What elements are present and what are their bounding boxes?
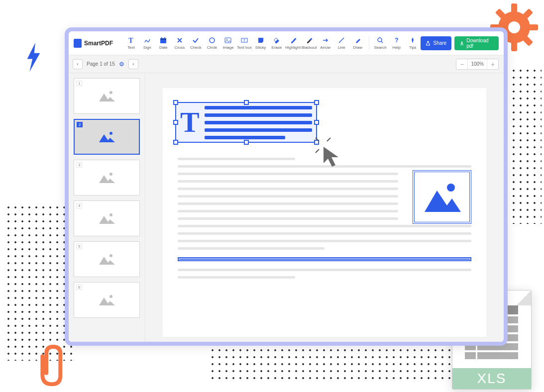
document-page[interactable]: T: [163, 88, 486, 337]
thumbnail-sidebar: 1 2 3 4 5 6: [69, 73, 145, 342]
check-icon: [192, 37, 199, 44]
tool-erase[interactable]: Erase: [269, 33, 285, 53]
svg-point-15: [226, 39, 227, 40]
tool-check[interactable]: Check: [188, 33, 204, 53]
tool-help[interactable]: ? Help: [388, 33, 405, 53]
next-page-button[interactable]: ›: [128, 59, 138, 69]
thumbnail[interactable]: 2: [74, 119, 140, 155]
tool-circle[interactable]: Circle: [204, 33, 220, 53]
text-selection-box[interactable]: T: [175, 102, 317, 143]
svg-rect-11: [161, 37, 162, 39]
help-icon: ?: [393, 37, 400, 44]
line-icon: [338, 37, 345, 44]
resize-handle[interactable]: [314, 120, 319, 125]
text-lines: [205, 106, 312, 139]
image-placeholder[interactable]: [413, 170, 471, 224]
draw-icon: [354, 37, 361, 44]
decorative-dots: [5, 204, 75, 361]
body-text-placeholder: [178, 269, 471, 279]
svg-point-26: [109, 173, 112, 176]
svg-rect-0: [511, 3, 517, 12]
mountain-icon: [98, 212, 116, 225]
svg-line-22: [381, 41, 383, 43]
zoom-value: 100%: [467, 59, 487, 69]
svg-point-13: [210, 38, 215, 43]
tool-cross[interactable]: Cross: [172, 33, 188, 53]
thumbnail[interactable]: 5: [74, 241, 140, 277]
app-window: SmartPDF T Text Sign Date Cross Check Ci…: [65, 27, 508, 346]
svg-text:T: T: [129, 37, 134, 44]
svg-line-20: [339, 38, 344, 43]
mountain-icon: [98, 171, 116, 184]
resize-handle[interactable]: [173, 100, 178, 105]
tool-sign[interactable]: Sign: [139, 33, 156, 53]
svg-point-21: [378, 38, 382, 42]
toolbar: SmartPDF T Text Sign Date Cross Check Ci…: [69, 31, 504, 55]
share-button[interactable]: Share: [421, 36, 451, 50]
divider: [369, 36, 369, 50]
tool-arrow[interactable]: Arrow: [317, 33, 333, 53]
svg-rect-12: [164, 37, 165, 39]
tool-sticky[interactable]: Sticky: [252, 33, 269, 53]
text-icon: T: [127, 37, 134, 44]
sign-icon: [144, 37, 151, 44]
resize-handle[interactable]: [173, 120, 178, 125]
mountain-icon: [98, 90, 116, 102]
tool-search[interactable]: Search: [372, 33, 389, 53]
erase-icon: [273, 37, 280, 44]
tool-highlight[interactable]: Highlight: [285, 33, 301, 53]
tool-text[interactable]: T Text: [123, 33, 139, 53]
svg-text:?: ?: [395, 37, 398, 44]
thumbnail[interactable]: 1: [74, 78, 140, 114]
subtoolbar: ‹ Page 1 of 15 ⚙ › − 100% +: [69, 55, 504, 73]
xls-label: XLS: [452, 368, 531, 389]
image-icon: [224, 37, 231, 44]
mountain-icon: [98, 294, 116, 306]
svg-text:T: T: [243, 38, 246, 43]
svg-line-32: [316, 149, 319, 153]
svg-point-27: [109, 213, 112, 216]
sticky-icon: [257, 37, 264, 44]
tool-date[interactable]: Date: [155, 33, 172, 53]
highlight-icon: [290, 37, 297, 44]
zoom-in-button[interactable]: +: [487, 59, 498, 69]
svg-rect-14: [225, 38, 231, 43]
thumbnail[interactable]: 6: [74, 282, 140, 318]
tool-image[interactable]: Image: [220, 33, 236, 53]
app-name: SmartPDF: [84, 40, 113, 47]
tool-tips[interactable]: Tips: [405, 33, 421, 53]
selected-line[interactable]: [178, 257, 471, 261]
document-canvas[interactable]: T: [145, 73, 504, 342]
app-logo[interactable]: SmartPDF: [74, 39, 113, 48]
resize-handle[interactable]: [244, 100, 249, 105]
svg-point-25: [109, 132, 112, 135]
mountain-icon: [98, 253, 116, 266]
thumbnail[interactable]: 4: [74, 200, 140, 236]
tool-blackout[interactable]: Blackout: [301, 33, 318, 53]
svg-rect-1: [511, 42, 517, 51]
resize-handle[interactable]: [244, 140, 249, 145]
svg-point-24: [109, 91, 112, 94]
svg-point-29: [109, 295, 112, 298]
thumbnail[interactable]: 3: [74, 160, 140, 196]
svg-rect-3: [529, 24, 538, 30]
tool-draw[interactable]: Draw: [349, 33, 366, 53]
mountain-icon: [98, 130, 116, 143]
download-button[interactable]: Download pdf: [454, 36, 499, 50]
resize-handle[interactable]: [314, 100, 319, 105]
prev-page-button[interactable]: ‹: [73, 59, 83, 69]
share-icon: [426, 41, 431, 46]
calendar-icon: [160, 37, 167, 44]
zoom-out-button[interactable]: −: [456, 59, 467, 69]
tool-textbox[interactable]: T Text box: [236, 33, 253, 53]
circle-icon: [209, 37, 216, 44]
tool-line[interactable]: Line: [333, 33, 350, 53]
blackout-icon: [306, 37, 313, 44]
search-icon: [377, 37, 384, 44]
resize-handle[interactable]: [173, 140, 178, 145]
page-settings-icon[interactable]: ⚙: [119, 61, 124, 68]
svg-rect-10: [160, 38, 166, 40]
resize-handle[interactable]: [314, 140, 319, 145]
zoom-control: − 100% +: [456, 59, 499, 70]
svg-point-33: [447, 184, 455, 192]
